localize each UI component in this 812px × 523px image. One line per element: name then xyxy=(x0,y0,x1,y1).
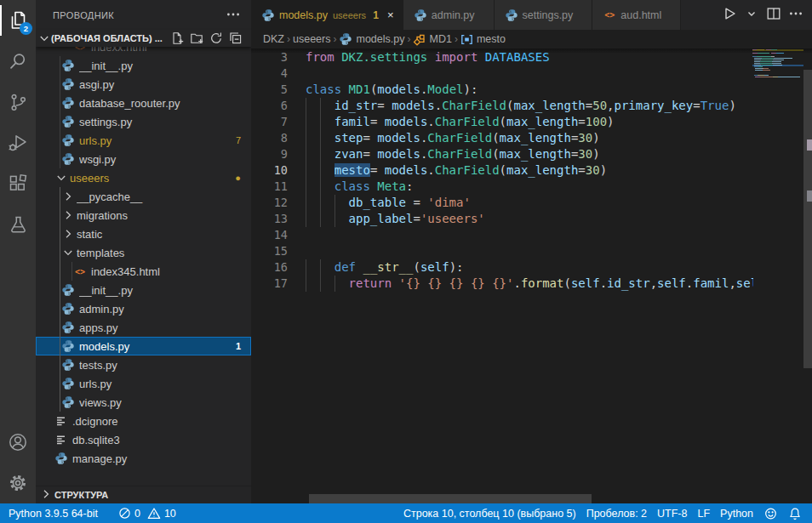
tree-item-urls.py[interactable]: urls.py xyxy=(36,374,251,393)
status-eol[interactable]: LF xyxy=(692,503,715,523)
tree-item-database_roouter.py[interactable]: database_roouter.py xyxy=(36,94,251,112)
tree-item-useeers[interactable]: useeers● xyxy=(36,168,251,187)
status-language-mode[interactable]: Python xyxy=(715,503,758,523)
activity-bar-item-run-debug[interactable] xyxy=(0,122,36,163)
chevron-down-icon xyxy=(54,171,68,185)
activity-bar-item-extensions[interactable] xyxy=(0,163,36,204)
tab-aud.html[interactable]: <> aud.html xyxy=(592,0,681,30)
tab-models.py[interactable]: models.pyuseeers1× xyxy=(251,0,403,30)
extensions-icon xyxy=(8,173,29,195)
close-icon[interactable]: × xyxy=(384,8,397,22)
outline-section-header[interactable]: СТРУКТУРА xyxy=(36,486,251,503)
tree-item-__init__.py[interactable]: __init__.py xyxy=(36,281,251,299)
tree-item-__init__.py[interactable]: __init__.py xyxy=(36,56,251,75)
python-file-icon xyxy=(261,9,275,22)
workspace-section-label: (РАБОЧАЯ ОБЛАСТЬ) ... xyxy=(51,33,163,43)
tree-item-models.py[interactable]: models.py1 xyxy=(36,337,251,355)
tree-item-admin.py[interactable]: admin.py xyxy=(36,299,251,318)
split-editor-button[interactable] xyxy=(764,6,783,25)
tab-description: useeers xyxy=(333,10,366,20)
python-file-icon xyxy=(61,358,75,372)
status-problems[interactable]: 0 10 xyxy=(113,503,181,523)
outline-section-label: СТРУКТУРА xyxy=(54,490,108,500)
breadcrumb-separator: › xyxy=(333,33,336,45)
symbol-class-icon xyxy=(413,33,426,46)
status-encoding[interactable]: UTF-8 xyxy=(652,503,692,523)
python-file-icon xyxy=(61,377,75,390)
run-dropdown-button[interactable] xyxy=(742,6,761,25)
editor-actions xyxy=(720,0,812,30)
collapse-all-icon[interactable] xyxy=(229,31,243,45)
refresh-icon[interactable] xyxy=(209,31,223,45)
tree-item-.dcignore[interactable]: .dcignore xyxy=(36,412,251,430)
python-file-icon xyxy=(61,77,75,91)
line-number: 17 xyxy=(251,276,288,292)
breadcrumb-mesto[interactable]: mesto xyxy=(460,33,506,46)
horizontal-scrollbar[interactable] xyxy=(309,494,592,503)
breadcrumb-MD1[interactable]: MD1 xyxy=(413,33,451,46)
tree-item-urls.py[interactable]: urls.py7 xyxy=(36,131,251,150)
tree-item-indexx.html[interactable]: <>indexx.html xyxy=(36,47,251,56)
tree-item-db.sqlite3[interactable]: db.sqlite3 xyxy=(36,430,251,449)
workspace-section-header[interactable]: (РАБОЧАЯ ОБЛАСТЬ) ... xyxy=(36,30,251,47)
tree-item-label: __init__.py xyxy=(79,60,251,72)
activity-bar-item-testing[interactable] xyxy=(0,204,36,245)
tree-item-label: db.sqlite3 xyxy=(72,434,251,446)
code-line-7: 7 famil= models.CharField(max_length=100… xyxy=(251,114,753,130)
tree-item-label: settings.py xyxy=(79,116,251,128)
ellipsis-icon xyxy=(788,6,803,25)
activity-bar-item-source-control[interactable] xyxy=(0,82,36,122)
python-file-icon xyxy=(61,339,75,353)
tree-item-label: urls.py xyxy=(79,378,251,390)
breadcrumb-DKZ[interactable]: DKZ xyxy=(263,33,284,45)
tree-item-__pycache__[interactable]: __pycache__ xyxy=(36,187,251,206)
tree-item-static[interactable]: static xyxy=(36,225,251,243)
code-line-12: 12 db_table = 'dima' xyxy=(251,195,753,211)
tab-settings.py[interactable]: settings.py xyxy=(495,0,593,30)
status-indentation[interactable]: Пробелов: 2 xyxy=(581,503,652,523)
tree-item-wsgi.py[interactable]: wsgi.py xyxy=(36,150,251,168)
activity-bar: 2 xyxy=(0,0,36,503)
tree-item-label: models.py xyxy=(79,340,236,353)
tree-item-migrations[interactable]: migrations xyxy=(36,206,251,225)
activity-bar-item-search[interactable] xyxy=(0,41,36,82)
line-number: 11 xyxy=(251,179,288,195)
minimap[interactable] xyxy=(752,48,803,503)
new-folder-icon[interactable] xyxy=(190,31,203,45)
tab-admin.py[interactable]: admin.py xyxy=(403,0,495,30)
python-file-icon xyxy=(61,152,75,166)
more-actions-button[interactable] xyxy=(786,6,805,25)
tree-item-manage.py[interactable]: manage.py xyxy=(36,449,251,468)
breadcrumb-separator: › xyxy=(287,33,290,45)
tree-item-label: static xyxy=(77,228,251,241)
problems-badge: ● xyxy=(235,173,251,183)
code-line-6: 6 id_str= models.CharField(max_length=50… xyxy=(251,98,753,114)
sidebar-more-actions[interactable] xyxy=(226,7,241,24)
status-notifications[interactable] xyxy=(783,503,807,523)
status-cursor-position[interactable]: Строка 10, столбец 10 (выбрано 5) xyxy=(398,503,581,523)
tree-item-settings.py[interactable]: settings.py xyxy=(36,112,251,131)
activity-bar-item-explorer[interactable]: 2 xyxy=(0,0,36,41)
tree-item-asgi.py[interactable]: asgi.py xyxy=(36,75,251,94)
explorer-sidebar: ПРОВОДНИК (РАБОЧАЯ ОБЛАСТЬ) ... <>indexx… xyxy=(36,0,251,503)
status-python-version[interactable]: Python 3.9.5 64-bit xyxy=(3,503,103,523)
code-line-9: 9 zvan= models.CharField(max_length=30) xyxy=(251,146,753,162)
new-file-icon[interactable] xyxy=(170,31,184,45)
run-button[interactable] xyxy=(720,6,739,25)
line-number: 4 xyxy=(251,65,288,82)
status-feedback[interactable] xyxy=(758,503,783,523)
tree-item-apps.py[interactable]: apps.py xyxy=(36,318,251,337)
tree-item-tests.py[interactable]: tests.py xyxy=(36,355,251,374)
line-number: 10 xyxy=(251,162,288,179)
breadcrumb-useeers[interactable]: useeers xyxy=(293,33,330,45)
activity-bar-item-account[interactable] xyxy=(0,422,36,463)
activity-bar-item-settings[interactable] xyxy=(0,463,36,503)
tree-item-templates[interactable]: templates xyxy=(36,243,251,262)
vertical-scrollbar[interactable] xyxy=(803,48,812,503)
breadcrumb-models.py[interactable]: models.py xyxy=(339,32,404,46)
tree-item-views.py[interactable]: views.py xyxy=(36,393,251,412)
tree-item-index345.html[interactable]: <>index345.html xyxy=(36,262,251,281)
code-line-10: 10 mesto= models.CharField(max_length=30… xyxy=(251,162,753,179)
problems-badge: 7 xyxy=(236,135,251,145)
code-editor[interactable]: 3from DKZ.settings import DATABASES 4 5c… xyxy=(251,48,812,503)
